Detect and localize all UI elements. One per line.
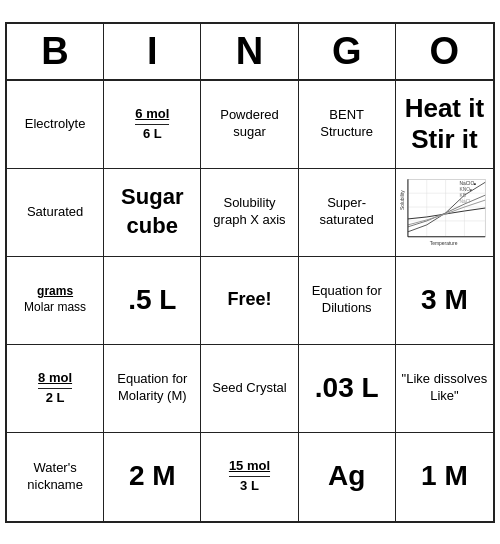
- cell-text: "Like dissolves Like": [400, 371, 489, 405]
- cell-r5c2: 2 M: [104, 433, 201, 521]
- cell-r3c4: Equation for Dilutions: [299, 257, 396, 345]
- cell-text: .5 L: [128, 282, 176, 318]
- cell-r1c2: 6 mol 6 L: [104, 81, 201, 169]
- cell-text: Free!: [227, 288, 271, 311]
- cell-r2c4: Super-saturated: [299, 169, 396, 257]
- cell-text: BENT Structure: [303, 107, 391, 141]
- cell-r5c4: Ag: [299, 433, 396, 521]
- denominator: 2 L: [46, 389, 65, 407]
- denominator: 3 L: [240, 477, 259, 495]
- svg-text:KNO₃: KNO₃: [459, 187, 472, 192]
- cell-r2c5: NaClO₃ KNO₃ KB NaCl Temperature Solubili…: [396, 169, 493, 257]
- denominator: 6 L: [143, 125, 162, 143]
- svg-text:Solubility: Solubility: [400, 190, 405, 210]
- cell-r1c3: Powdered sugar: [201, 81, 298, 169]
- bingo-grid: Electrolyte 6 mol 6 L Powdered sugar BEN…: [7, 81, 493, 521]
- solubility-chart: NaClO₃ KNO₃ KB NaCl Temperature Solubili…: [400, 177, 489, 247]
- svg-text:NaClO₃: NaClO₃: [459, 181, 476, 186]
- cell-text: Heat itStir it: [405, 93, 484, 155]
- bingo-card: B I N G O Electrolyte 6 mol 6 L Powdered…: [5, 22, 495, 523]
- cell-r4c5: "Like dissolves Like": [396, 345, 493, 433]
- cell-r3c1: grams Molar mass: [7, 257, 104, 345]
- cell-r4c4: .03 L: [299, 345, 396, 433]
- cell-r5c5: 1 M: [396, 433, 493, 521]
- cell-text: Solubility graph X axis: [205, 195, 293, 229]
- numerator: 15 mol: [229, 458, 270, 477]
- cell-text: Powdered sugar: [205, 107, 293, 141]
- cell-text: Seed Crystal: [212, 380, 286, 397]
- numerator: 6 mol: [135, 106, 169, 125]
- cell-text: Ag: [328, 458, 365, 494]
- numerator: 8 mol: [38, 370, 72, 389]
- cell-text: Sugar cube: [108, 183, 196, 240]
- cell-text: Electrolyte: [25, 116, 86, 133]
- cell-text: Saturated: [27, 204, 83, 221]
- header-b: B: [7, 24, 104, 79]
- header-i: I: [104, 24, 201, 79]
- bingo-header: B I N G O: [7, 24, 493, 81]
- cell-text: 2 M: [129, 458, 176, 494]
- cell-r2c1: Saturated: [7, 169, 104, 257]
- svg-text:NaCl: NaCl: [459, 199, 470, 204]
- cell-text: 1 M: [421, 458, 468, 494]
- cell-text: Equation for Molarity (M): [108, 371, 196, 405]
- grams-molarmass: grams Molar mass: [24, 284, 86, 315]
- cell-r2c2: Sugar cube: [104, 169, 201, 257]
- cell-r1c5: Heat itStir it: [396, 81, 493, 169]
- svg-rect-0: [408, 179, 485, 236]
- cell-r3c5: 3 M: [396, 257, 493, 345]
- cell-r4c2: Equation for Molarity (M): [104, 345, 201, 433]
- svg-text:Temperature: Temperature: [430, 241, 458, 246]
- grams-label: grams: [37, 284, 73, 300]
- cell-r1c1: Electrolyte: [7, 81, 104, 169]
- cell-r2c3: Solubility graph X axis: [201, 169, 298, 257]
- cell-text: 3 M: [421, 282, 468, 318]
- svg-text:KB: KB: [459, 193, 466, 198]
- cell-r4c3: Seed Crystal: [201, 345, 298, 433]
- cell-r3c3: Free!: [201, 257, 298, 345]
- fraction: 15 mol 3 L: [229, 458, 270, 495]
- cell-r5c3: 15 mol 3 L: [201, 433, 298, 521]
- fraction: 6 mol 6 L: [135, 106, 169, 143]
- header-o: O: [396, 24, 493, 79]
- header-n: N: [201, 24, 298, 79]
- cell-r5c1: Water's nickname: [7, 433, 104, 521]
- header-g: G: [299, 24, 396, 79]
- cell-text: Super-saturated: [303, 195, 391, 229]
- cell-r1c4: BENT Structure: [299, 81, 396, 169]
- fraction: 8 mol 2 L: [38, 370, 72, 407]
- cell-r4c1: 8 mol 2 L: [7, 345, 104, 433]
- molarmass-label: Molar mass: [24, 300, 86, 316]
- cell-text: Equation for Dilutions: [303, 283, 391, 317]
- cell-text: .03 L: [315, 370, 379, 406]
- cell-text: Water's nickname: [11, 460, 99, 494]
- cell-r3c2: .5 L: [104, 257, 201, 345]
